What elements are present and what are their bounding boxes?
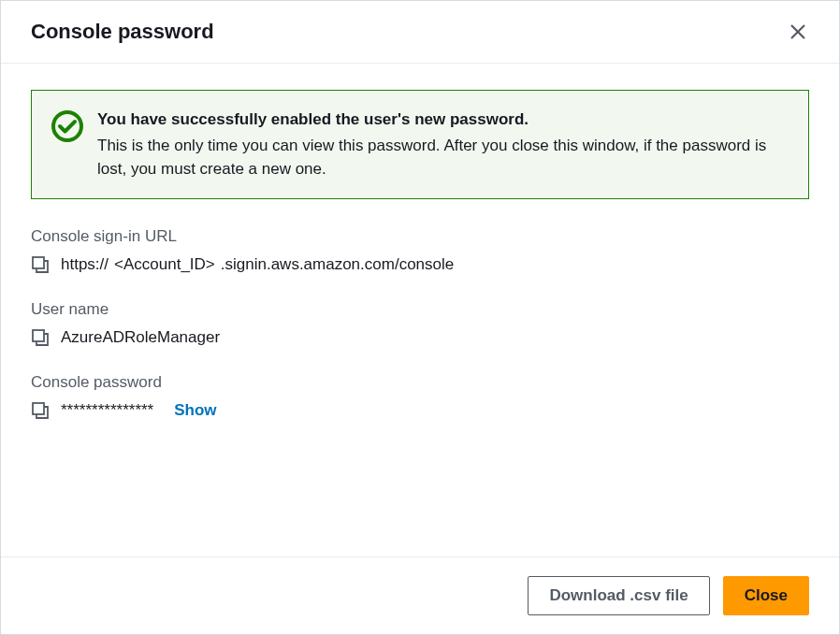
copy-icon[interactable] xyxy=(31,401,50,420)
close-button[interactable]: Close xyxy=(723,576,809,615)
svg-rect-4 xyxy=(33,330,44,341)
alert-content: You have successfully enabled the user's… xyxy=(97,108,789,181)
signin-url-field: Console sign-in URL https:// <Account_ID… xyxy=(31,227,809,274)
success-alert: You have successfully enabled the user's… xyxy=(31,90,809,199)
download-csv-button[interactable]: Download .csv file xyxy=(528,576,709,615)
modal-title: Console password xyxy=(31,20,214,44)
check-circle-icon xyxy=(51,109,84,143)
modal-footer: Download .csv file Close xyxy=(1,556,839,634)
alert-description: This is the only time you can view this … xyxy=(97,134,789,181)
username-value: AzureADRoleManager xyxy=(61,328,220,347)
show-password-link[interactable]: Show xyxy=(174,401,216,420)
svg-rect-3 xyxy=(33,257,44,268)
svg-point-2 xyxy=(53,112,81,140)
svg-rect-5 xyxy=(33,403,44,414)
password-field: Console password *************** Show xyxy=(31,373,809,420)
close-icon[interactable] xyxy=(787,21,809,43)
username-value-row: AzureADRoleManager xyxy=(31,328,809,347)
username-label: User name xyxy=(31,300,809,319)
copy-icon[interactable] xyxy=(31,328,50,347)
username-field: User name AzureADRoleManager xyxy=(31,300,809,347)
alert-title: You have successfully enabled the user's… xyxy=(97,108,789,132)
url-account-id: <Account_ID> xyxy=(114,255,215,274)
copy-icon[interactable] xyxy=(31,255,50,274)
modal-header: Console password xyxy=(1,1,839,64)
url-prefix: https:// xyxy=(61,255,109,274)
password-value-row: *************** Show xyxy=(31,401,809,420)
signin-url-value: https:// <Account_ID> .signin.aws.amazon… xyxy=(61,255,454,274)
modal-body: You have successfully enabled the user's… xyxy=(1,64,839,556)
signin-url-value-row: https:// <Account_ID> .signin.aws.amazon… xyxy=(31,255,809,274)
console-password-modal: Console password You have successfully e… xyxy=(0,0,840,635)
password-label: Console password xyxy=(31,373,809,392)
url-suffix: .signin.aws.amazon.com/console xyxy=(221,255,454,274)
signin-url-label: Console sign-in URL xyxy=(31,227,809,246)
password-masked: *************** xyxy=(61,401,153,420)
